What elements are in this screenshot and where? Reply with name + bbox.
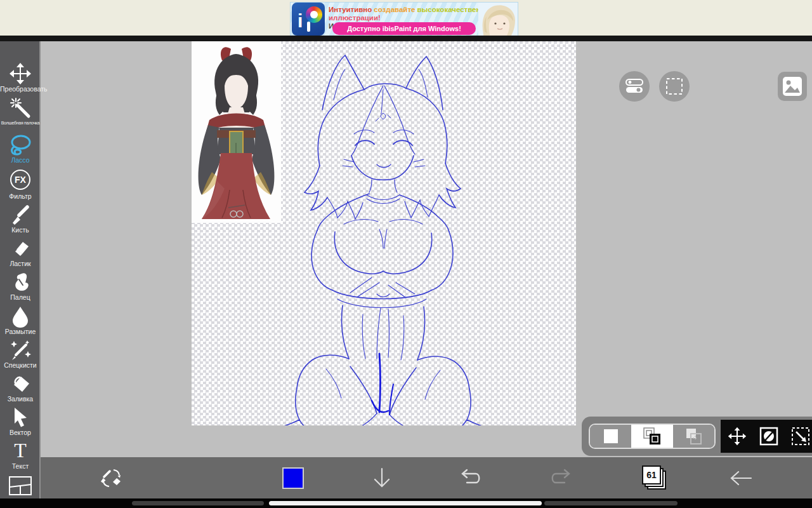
reference-image xyxy=(192,41,281,223)
sidebar-item-vector[interactable]: Вектор xyxy=(0,406,41,439)
select-inverse-segment[interactable] xyxy=(631,425,672,448)
vector-cursor-icon xyxy=(0,406,41,429)
sidebar-item-eraser[interactable]: Ластик xyxy=(0,237,41,270)
layers-button[interactable]: 61 xyxy=(639,457,671,498)
reference-image-icon xyxy=(782,76,802,97)
tool-label: Спецкисти xyxy=(0,361,41,369)
fx-filter-icon: FX xyxy=(0,170,41,192)
tool-label: Ластик xyxy=(0,260,41,267)
text-icon: T xyxy=(0,439,41,462)
sidebar-item-lasso[interactable]: Лассо xyxy=(0,133,41,166)
eraser-icon xyxy=(0,237,41,260)
logo-letter: i xyxy=(298,11,303,30)
tool-label: Палец xyxy=(0,293,41,301)
ad-cta-button[interactable]: Доступно ibisPaint для Windows! xyxy=(332,22,476,35)
sidebar-item-fill[interactable]: Заливка xyxy=(0,372,41,405)
sidebar-item-brush[interactable]: Кисть xyxy=(0,203,41,236)
brush-eraser-swap-icon xyxy=(99,466,124,490)
move-selection-icon[interactable] xyxy=(727,426,747,446)
nav-pill-right[interactable] xyxy=(544,501,678,505)
current-color-swatch xyxy=(282,467,304,489)
bottom-toolbar: 61 xyxy=(41,457,812,498)
color-wheel-icon xyxy=(306,6,322,23)
sidebar-item-filter[interactable]: FX Фильтр xyxy=(0,169,41,202)
frames-icon xyxy=(0,475,41,498)
fill-bucket-icon xyxy=(0,372,41,395)
brush-icon xyxy=(0,203,41,226)
tool-label: Размытие xyxy=(0,328,41,335)
transform-arrows-icon xyxy=(0,62,41,85)
nav-pill-center[interactable] xyxy=(269,501,542,505)
back-arrow-icon xyxy=(728,470,754,486)
sidebar-item-finger[interactable]: Палец xyxy=(0,271,41,304)
blur-drop-icon xyxy=(0,305,41,328)
logo-stem xyxy=(307,22,310,32)
fx-filter-glyph: FX xyxy=(10,170,30,190)
tool-label: Волшебная палочка xyxy=(0,119,41,127)
selection-panel xyxy=(582,417,812,456)
scale-selection-icon[interactable] xyxy=(791,427,810,446)
select-inverse-icon xyxy=(642,426,662,446)
ad-banner[interactable]: i Интуитивносоздавайтевысококачественные… xyxy=(291,3,518,36)
layer-toggles-icon xyxy=(625,78,644,95)
ad-strip: i Интуитивносоздавайтевысококачественные… xyxy=(0,0,812,36)
layer-count-badge: 61 xyxy=(642,465,661,485)
redo-button[interactable] xyxy=(547,457,575,498)
top-separator xyxy=(0,36,812,41)
undo-icon xyxy=(458,469,483,488)
back-button[interactable] xyxy=(727,457,755,498)
sidebar-item-transform[interactable]: Преобразовать xyxy=(0,62,41,95)
sidebar-item-text[interactable]: T Текст xyxy=(0,439,41,472)
lasso-icon xyxy=(0,133,41,156)
tool-label: Фильтр xyxy=(0,192,41,200)
selection-button[interactable] xyxy=(659,71,690,102)
tool-label: Лассо xyxy=(0,156,41,164)
sidebar-item-special-brush[interactable]: Спецкисти xyxy=(0,338,41,371)
magic-wand-icon xyxy=(0,97,41,119)
undo-button[interactable] xyxy=(457,457,485,498)
nav-pill-left[interactable] xyxy=(132,501,264,505)
select-copy-segment[interactable] xyxy=(673,425,714,448)
sidebar-item-blur[interactable]: Размытие xyxy=(0,305,41,338)
ad-word: создавайте xyxy=(374,6,415,13)
drawing-canvas[interactable] xyxy=(192,41,576,425)
color-picker[interactable] xyxy=(279,457,307,498)
collapse-down-icon xyxy=(371,467,393,490)
ibispaint-logo-icon: i xyxy=(292,3,325,36)
layers-panel-icon: 61 xyxy=(642,465,669,491)
layer-toggles-button[interactable] xyxy=(619,71,650,102)
collapse-toolbar-button[interactable] xyxy=(368,457,396,498)
ad-character-image xyxy=(478,3,518,36)
tool-label: Текст xyxy=(0,462,41,470)
tool-label: Заливка xyxy=(0,395,41,403)
selection-dashed-icon xyxy=(665,77,683,95)
sidebar-item-magic-wand[interactable]: Волшебная палочка xyxy=(0,97,41,130)
special-brush-icon xyxy=(0,338,41,361)
selection-mode-segments xyxy=(589,424,716,449)
select-copy-icon xyxy=(683,426,704,446)
redo-icon xyxy=(548,469,573,488)
bottom-nav-strip xyxy=(0,498,812,508)
brush-eraser-toggle[interactable] xyxy=(98,457,126,498)
finger-icon xyxy=(0,271,41,293)
ad-word: иллюстрации! xyxy=(329,14,381,22)
tool-sidebar: Преобразовать Волшебная палочка Ла xyxy=(0,41,41,498)
select-all-segment[interactable] xyxy=(590,425,631,448)
tool-label: Вектор xyxy=(0,429,41,436)
ad-word: Интуитивно xyxy=(329,6,372,13)
ibispaint-app: i Интуитивносоздавайтевысококачественные… xyxy=(0,0,812,508)
tool-label: Преобразовать xyxy=(0,85,41,93)
selection-actions xyxy=(721,420,812,453)
select-all-icon xyxy=(603,428,619,444)
reference-window-button[interactable] xyxy=(778,72,807,101)
tool-label: Кисть xyxy=(0,226,41,234)
flip-rotate-icon[interactable] xyxy=(759,427,778,446)
